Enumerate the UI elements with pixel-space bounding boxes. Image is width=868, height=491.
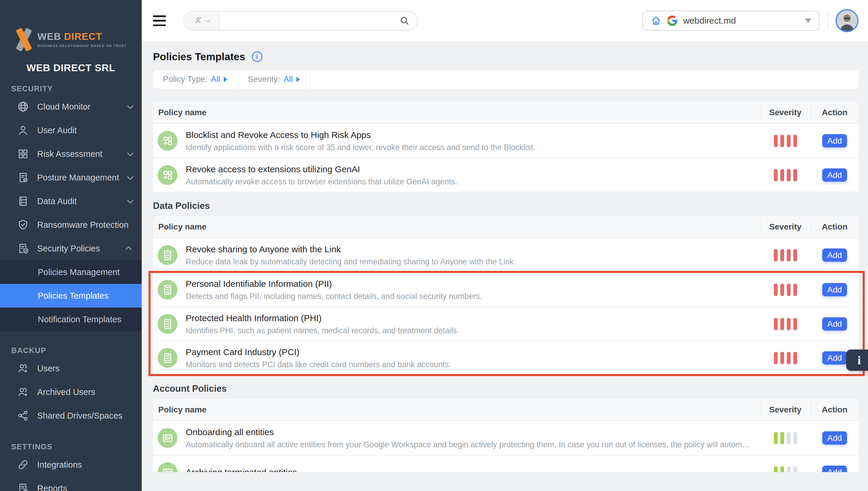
search-scope-dropdown[interactable] [184,11,220,30]
page-title: Policies Templates [153,51,245,63]
sidebar-subitem-policies-management[interactable]: Policies Management [0,260,142,284]
policy-row-blocklist-and-revoke-access-to-high-risk-apps: Blocklist and Revoke Access to High Risk… [153,124,859,158]
filter-policy-type[interactable]: Policy Type: All [153,70,238,89]
search-input[interactable] [220,11,399,30]
share-icon [17,410,29,422]
menu-icon[interactable] [153,16,166,26]
doc-check-icon [17,172,29,183]
severity-indicator [760,432,811,444]
column-header-action: Action [811,222,859,232]
column-header-action: Action [811,405,859,414]
filter-severity[interactable]: Severity: All [238,70,311,89]
add-button[interactable]: Add [822,168,847,182]
users-plus-icon [17,386,29,398]
add-button[interactable]: Add [822,283,847,296]
sidebar-item-security-policies[interactable]: Security Policies [0,237,142,260]
home-icon [651,16,661,26]
logo-tagline: BUSINESS RELATIONSHIP BASED ON TRUST [37,44,127,48]
policy-name: Archiving terminated entities [186,467,751,472]
sidebar-item-ransomware-protection[interactable]: Ransomware Protection [0,213,142,237]
column-header-policy-name: Policy name [153,222,760,232]
add-button[interactable]: Add [822,134,847,147]
column-header-policy-name: Policy name [153,108,760,117]
submenu-security-policies: Policies ManagementPolicies TemplatesNot… [0,260,142,331]
filter-bar: Policy Type: All Severity: All [153,70,859,89]
column-header-severity: Severity [760,405,811,414]
severity-indicator [760,135,811,147]
section-title-data-policies: Data Policies [153,200,859,212]
policy-row-personal-identifiable-information-pii: Personal Identifiable Information (PII) … [153,273,859,307]
data-list-icon [158,245,178,265]
sidebar-item-label: Risk Assessment [37,149,102,159]
sidebar-item-label: User Audit [37,125,77,135]
policy-name: Payment Card Industry (PCI) [186,347,751,358]
column-header-action: Action [811,108,859,117]
sidebar-item-label: Users [37,364,60,373]
add-button[interactable]: Add [822,466,847,472]
filter-value: All [211,75,220,84]
info-icon[interactable]: i [252,51,262,62]
sidebar-item-posture-management[interactable]: Posture Management [0,166,142,190]
policy-name: Protected Health Information (PHI) [186,313,751,324]
add-button[interactable]: Add [822,249,847,262]
sidebar-item-label: Security Policies [37,244,100,254]
column-header-policy-name: Policy name [153,405,760,414]
webdirect-logo-mark [15,27,32,52]
avatar[interactable] [836,9,859,32]
policy-name: Blocklist and Revoke Access to High Risk… [186,129,751,141]
chevron-down-icon [127,174,133,180]
column-header-severity: Severity [760,222,811,232]
sidebar-item-reports[interactable]: Reports [0,476,142,491]
highlighted-rows: Personal Identifiable Information (PII) … [153,272,859,375]
filter-label: Policy Type: [163,75,207,84]
sidebar-item-integrations[interactable]: Integrations [0,453,142,476]
policy-row-onboarding-all-entities: Onboarding all entities Automatically on… [153,421,859,455]
domain-name: webdirect.md [683,16,736,26]
sidebar-item-archived-users[interactable]: Archived Users [0,380,142,404]
policy-row-revoke-access-to-extensions-utilizing-genai: Revoke access to extensions utilizing Ge… [153,158,859,192]
policy-description: Detects and flags PII, including names, … [186,292,751,301]
policy-description: Reduce data leak by automatically detect… [186,257,751,266]
sidebar: WEB DIRECT BUSINESS RELATIONSHIP BASED O… [0,0,142,491]
sidebar-subitem-notification-templates[interactable]: Notification Templates [0,308,142,331]
sidebar-item-user-audit[interactable]: User Audit [0,118,142,142]
add-button[interactable]: Add [822,431,847,444]
main-content: Policies Templates i Policy Type: All Se… [142,41,868,491]
sidebar-item-data-audit[interactable]: Data Audit [0,190,142,213]
apps-plus-icon [158,131,178,151]
triangle-right-icon [224,77,227,82]
sidebar-item-label: Posture Management [37,173,119,182]
policy-table-account-policies: Policy nameSeverityAction Onboarding all… [153,399,859,472]
policy-row-revoke-sharing-to-anyone-with-the-link: Revoke sharing to Anyone with the Link R… [153,238,859,272]
policy-name: Revoke sharing to Anyone with the Link [186,244,751,255]
users-plus-icon [17,363,29,374]
domain-selector[interactable]: webdirect.md [643,11,819,31]
severity-indicator [760,318,811,330]
sidebar-item-cloud-monitor[interactable]: Cloud Monitor [0,95,142,118]
policy-row-archiving-terminated-entities: Archiving terminated entities Add [153,455,859,472]
sidebar-item-users[interactable]: Users [0,356,142,380]
sidebar-item-shared-drives-spaces[interactable]: Shared Drives/Spaces [0,404,142,428]
search-icon[interactable] [399,16,409,26]
section-label-backup: BACKUP [0,344,142,356]
caret-down-icon [805,19,811,23]
data-list-icon [158,314,178,334]
floating-info-button[interactable]: i [846,349,868,371]
severity-indicator [760,466,811,472]
sidebar-subitem-policies-templates[interactable]: Policies Templates [0,284,142,308]
shield-check-icon [17,219,29,231]
severity-indicator [760,284,811,296]
severity-indicator [760,249,811,261]
add-button[interactable]: Add [822,317,847,330]
globe-icon [17,101,29,113]
sidebar-item-label: Data Audit [37,197,77,206]
severity-indicator [760,352,811,364]
policy-row-protected-health-information-phi: Protected Health Information (PHI) Ident… [153,307,859,341]
policy-description: Identifies PHI, such as patient names, m… [186,326,751,335]
doc-shield-icon [17,242,29,254]
sidebar-item-risk-assessment[interactable]: Risk Assessment [0,142,142,166]
add-button[interactable]: Add [822,351,847,365]
sidebar-item-label: Shared Drives/Spaces [37,411,123,421]
policy-table: Policy nameSeverityAction Blocklist and … [153,102,859,192]
filter-label: Severity: [248,75,280,84]
